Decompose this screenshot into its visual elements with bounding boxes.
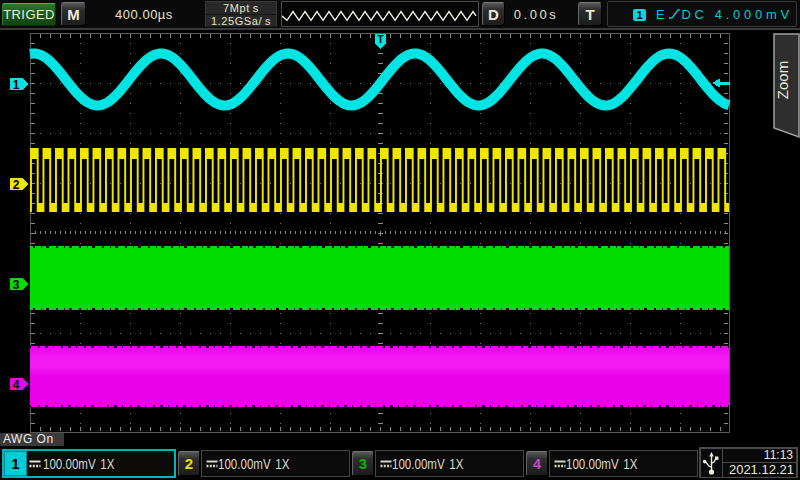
svg-text:T: T — [377, 34, 383, 45]
svg-text:3: 3 — [13, 278, 20, 292]
svg-text:Zoom: Zoom — [774, 61, 791, 99]
svg-text:4: 4 — [13, 378, 20, 392]
svg-text:1: 1 — [13, 78, 20, 92]
svg-text:2: 2 — [13, 178, 20, 192]
